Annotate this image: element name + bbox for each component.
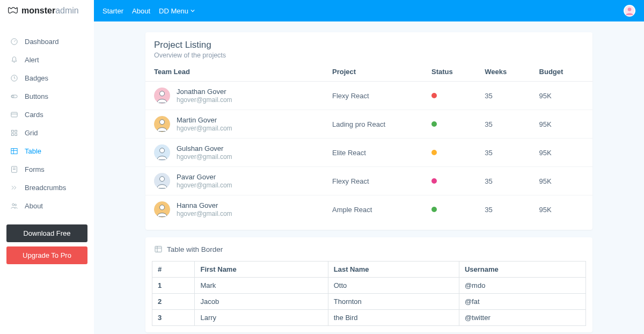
- table-row: Pavar Goverhgover@gmail.comFlexy React35…: [145, 167, 592, 195]
- topnav-item-dd-menu[interactable]: DD Menu: [159, 7, 195, 15]
- svg-rect-13: [11, 148, 17, 154]
- brand-bold: monster: [21, 6, 55, 15]
- table-row: Martin Goverhgover@gmail.comLading pro R…: [145, 110, 592, 139]
- user-avatar[interactable]: [624, 5, 635, 17]
- sidebar-item-label: About: [25, 202, 43, 210]
- table-with-border-title: Table with Border: [167, 245, 223, 253]
- chevron-down-icon: [191, 9, 195, 12]
- bell-icon: [10, 55, 18, 64]
- sidebar-item-label: Cards: [25, 111, 43, 119]
- topnav-item-about[interactable]: About: [132, 7, 150, 15]
- avatar: [154, 116, 170, 132]
- project-listing-subtitle: Overview of the projects: [154, 52, 584, 59]
- svg-rect-10: [14, 130, 17, 132]
- card-icon: [10, 110, 18, 119]
- sidebar-item-table[interactable]: Table: [0, 142, 94, 160]
- grid-icon: [10, 128, 18, 137]
- last-name: Otto: [328, 278, 459, 294]
- sidebar: DashboardAlertBadgesButtonsCardsGridTabl…: [0, 21, 94, 334]
- weeks-cell: 35: [480, 139, 535, 167]
- project-name: Ample React: [328, 195, 427, 224]
- upgrade-pro-button[interactable]: Upgrade To Pro: [6, 246, 87, 264]
- table-row: 3Larrythe Bird@twitter: [152, 310, 586, 326]
- status-cell: [427, 167, 480, 195]
- table-row: Gulshan Goverhgover@gmail.comElite React…: [145, 139, 592, 167]
- budget-cell: 95K: [535, 110, 592, 139]
- sidebar-item-label: Breadcrumbs: [25, 184, 66, 192]
- form-icon: [10, 165, 18, 173]
- sidebar-item-cards[interactable]: Cards: [0, 105, 94, 124]
- svg-rect-7: [11, 112, 17, 117]
- sidebar-item-buttons[interactable]: Buttons: [0, 87, 94, 105]
- project-listing-card: Project Listing Overview of the projects…: [145, 32, 592, 230]
- topnav-item-starter[interactable]: Starter: [103, 7, 123, 15]
- top-header: StarterAboutDD Menu: [94, 0, 644, 21]
- status-dot: [431, 207, 437, 212]
- table-row: Hanna Goverhgover@gmail.comAmple React35…: [145, 195, 592, 224]
- lead-email: hgover@gmail.com: [177, 181, 232, 189]
- border-col--: #: [152, 262, 195, 278]
- sidebar-item-label: Buttons: [25, 92, 48, 100]
- lead-email: hgover@gmail.com: [177, 96, 232, 104]
- status-dot: [431, 178, 437, 184]
- sidebar-item-about[interactable]: About: [0, 197, 94, 215]
- sidebar-item-alert[interactable]: Alert: [0, 50, 94, 69]
- avatar: [154, 173, 170, 189]
- table-icon: [10, 147, 18, 155]
- table-with-border-card: Table with Border #First NameLast NameUs…: [145, 237, 592, 332]
- username: @mdo: [459, 278, 586, 294]
- svg-point-19: [12, 204, 14, 206]
- sidebar-item-label: Dashboard: [25, 38, 59, 46]
- border-col-last-name: Last Name: [328, 262, 459, 278]
- sidebar-item-breadcrumbs[interactable]: Breadcrumbs: [0, 178, 94, 197]
- budget-cell: 95K: [535, 167, 592, 195]
- top-nav: StarterAboutDD Menu: [103, 7, 203, 15]
- weeks-cell: 35: [480, 195, 535, 224]
- status-dot: [431, 93, 437, 98]
- first-name: Jacob: [195, 294, 328, 310]
- budget-cell: 95K: [535, 195, 592, 224]
- brand-logo[interactable]: monsteradmin: [0, 0, 94, 21]
- sidebar-item-label: Badges: [25, 74, 48, 82]
- status-cell: [427, 139, 480, 167]
- svg-point-20: [14, 204, 16, 206]
- lead-name: Gulshan Gover: [177, 144, 232, 153]
- svg-point-28: [160, 177, 165, 181]
- weeks-cell: 35: [480, 167, 535, 195]
- download-free-button[interactable]: Download Free: [6, 224, 87, 242]
- border-col-username: Username: [459, 262, 586, 278]
- breadcrumb-icon: [10, 183, 18, 192]
- project-name: Flexy React: [328, 82, 427, 110]
- status-dot: [431, 121, 437, 127]
- budget-cell: 95K: [535, 139, 592, 167]
- toggle-icon: [10, 92, 18, 100]
- lead-name: Martin Gover: [177, 116, 232, 125]
- lead-email: hgover@gmail.com: [177, 153, 232, 161]
- project-name: Elite React: [328, 139, 427, 167]
- status-cell: [427, 195, 480, 224]
- project-col-status: Status: [427, 62, 480, 82]
- svg-rect-12: [14, 133, 17, 135]
- clock-icon: [10, 74, 18, 82]
- lead-name: Jonathan Gover: [177, 88, 232, 96]
- username: @fat: [459, 294, 586, 310]
- svg-rect-31: [155, 246, 162, 252]
- sidebar-item-dashboard[interactable]: Dashboard: [0, 32, 94, 50]
- sidebar-item-label: Forms: [25, 165, 45, 173]
- lead-name: Pavar Gover: [177, 173, 232, 181]
- svg-point-1: [628, 8, 632, 11]
- table-row: 1MarkOtto@mdo: [152, 278, 586, 294]
- sidebar-item-badges[interactable]: Badges: [0, 69, 94, 87]
- project-col-team-lead: Team Lead: [145, 62, 328, 82]
- svg-point-6: [12, 95, 14, 97]
- sidebar-item-label: Grid: [25, 129, 38, 137]
- project-col-budget: Budget: [535, 62, 592, 82]
- table-row: Jonathan Goverhgover@gmail.comFlexy Reac…: [145, 82, 592, 110]
- svg-point-30: [160, 205, 165, 210]
- table-row: 2JacobThornton@fat: [152, 294, 586, 310]
- table-icon: [154, 245, 163, 253]
- weeks-cell: 35: [480, 82, 535, 110]
- sidebar-item-forms[interactable]: Forms: [0, 160, 94, 178]
- sidebar-item-grid[interactable]: Grid: [0, 124, 94, 142]
- project-name: Lading pro React: [328, 110, 427, 139]
